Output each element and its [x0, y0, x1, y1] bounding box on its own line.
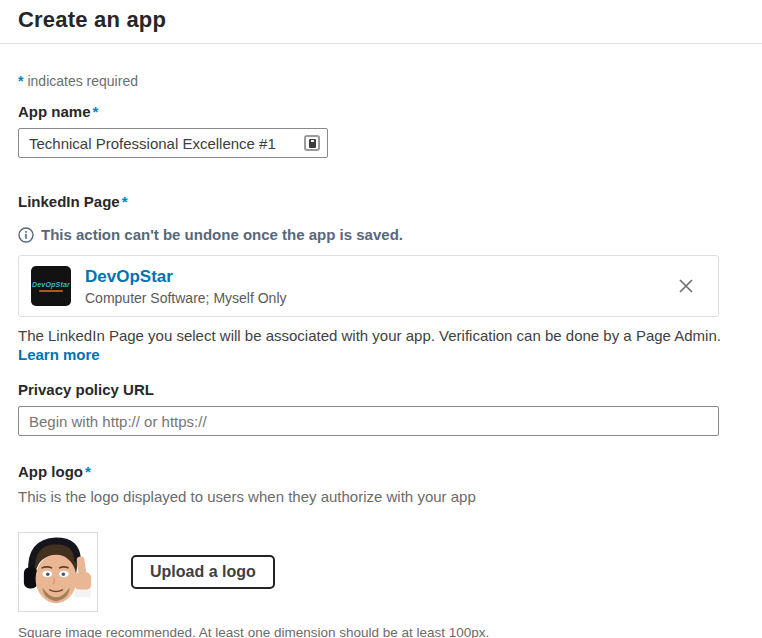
app-logo-hint: Square image recommended. At least one d… [18, 625, 744, 638]
app-logo-preview-image [18, 532, 98, 612]
app-name-field: App name* [18, 103, 744, 158]
devopstar-logo: DevOpStar [31, 266, 71, 306]
privacy-policy-input[interactable] [18, 406, 719, 436]
required-asterisk: * [18, 73, 23, 89]
app-name-label-text: App name [18, 103, 91, 120]
page-category-text: Computer Software; Myself Only [85, 290, 287, 306]
learn-more-link[interactable]: Learn more [18, 346, 100, 363]
privacy-policy-label: Privacy policy URL [18, 381, 744, 398]
app-logo-field: App logo* This is the logo displayed to … [18, 463, 744, 638]
linkedin-page-required-mark: * [122, 193, 128, 210]
upload-logo-button[interactable]: Upload a logo [131, 555, 275, 589]
page-association-text: The LinkedIn Page you select will be ass… [18, 327, 721, 344]
page-card-info: DevOpStar Computer Software; Myself Only [85, 267, 287, 306]
undo-warning: This action can't be undone once the app… [18, 226, 744, 243]
app-logo-label-text: App logo [18, 463, 83, 480]
privacy-policy-field: Privacy policy URL [18, 381, 744, 436]
app-name-label: App name* [18, 103, 744, 120]
app-name-input[interactable] [18, 128, 328, 158]
app-logo-row: Upload a logo [18, 532, 744, 612]
page-name-link[interactable]: DevOpStar [85, 267, 287, 287]
linkedin-page-label-text: LinkedIn Page [18, 193, 120, 210]
linkedin-page-card: DevOpStar DevOpStar Computer Software; M… [18, 255, 719, 317]
app-logo-label: App logo* [18, 463, 744, 480]
create-app-form: *indicates required App name* LinkedIn P… [0, 73, 762, 638]
page-title: Create an app [18, 7, 762, 33]
devopstar-logo-text: DevOpStar [32, 281, 70, 288]
app-name-required-mark: * [93, 103, 99, 120]
privacy-policy-input-wrap [18, 406, 719, 436]
linkedin-page-label: LinkedIn Page* [18, 193, 744, 210]
app-logo-description: This is the logo displayed to users when… [18, 488, 744, 505]
close-icon [677, 277, 695, 295]
undo-warning-text: This action can't be undone once the app… [41, 226, 403, 243]
app-name-input-wrap [18, 128, 328, 158]
devopstar-logo-tagline [39, 290, 63, 292]
avatar-thumbs-up-image [19, 533, 97, 611]
app-logo-required-mark: * [85, 463, 91, 480]
page-header: Create an app [0, 0, 762, 44]
required-note: *indicates required [18, 73, 744, 89]
required-note-text: indicates required [27, 73, 138, 89]
remove-page-button[interactable] [675, 275, 697, 297]
linkedin-page-field: LinkedIn Page* This action can't be undo… [18, 193, 744, 364]
autofill-glyph [309, 139, 316, 148]
info-icon [18, 227, 34, 243]
autofill-extension-icon[interactable] [304, 135, 320, 151]
page-association-description: The LinkedIn Page you select will be ass… [18, 326, 723, 364]
